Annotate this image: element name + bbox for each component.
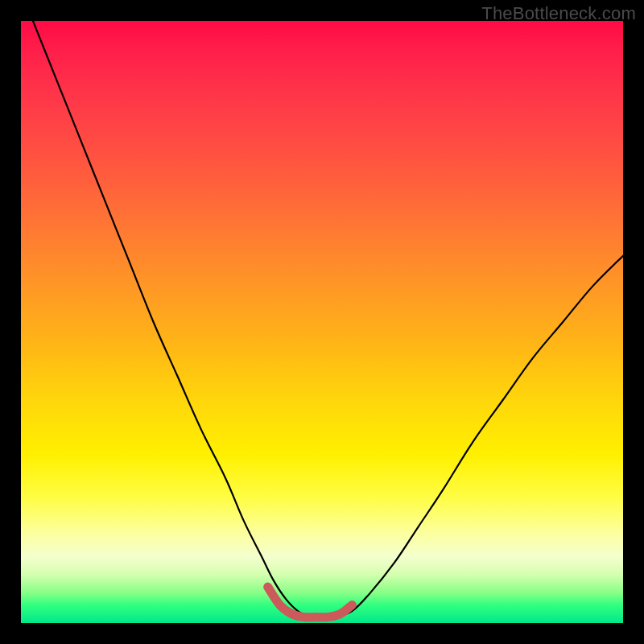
chart-frame: TheBottleneck.com xyxy=(0,0,644,644)
bottleneck-curve xyxy=(33,21,623,617)
plot-area xyxy=(21,21,623,623)
watermark-text: TheBottleneck.com xyxy=(481,3,636,24)
curve-layer xyxy=(21,21,623,623)
